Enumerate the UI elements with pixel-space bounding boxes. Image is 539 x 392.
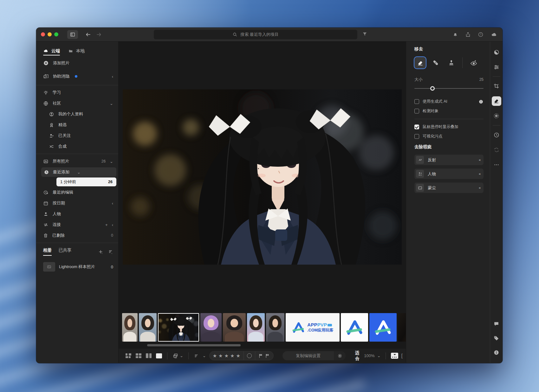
slider-knob[interactable] [430, 86, 435, 91]
clone-tool-button[interactable] [445, 57, 457, 68]
checkbox-checked[interactable] [414, 125, 419, 129]
sidebar-item-learn[interactable]: 学习 [36, 87, 118, 98]
sidebar-item-remix[interactable]: 合成 [36, 141, 118, 152]
tab-shared[interactable]: 已共享 [59, 247, 72, 256]
add-album-button[interactable] [98, 249, 103, 254]
masking-tool-button[interactable] [493, 108, 500, 123]
option-generative-ai[interactable]: 使用生成式 AI [414, 99, 484, 104]
no-flag-button[interactable] [244, 351, 255, 360]
flag-reject-icon[interactable] [265, 353, 270, 358]
album-item-sample-photos[interactable]: Lightroom 样本照片 0 [43, 262, 113, 272]
filmstrip-thumbnail[interactable] [122, 313, 138, 342]
minimize-window-button[interactable] [48, 32, 52, 36]
add-connection-icon[interactable]: + [105, 222, 108, 227]
option-visualize-spots[interactable]: 可视化污点 [414, 134, 484, 139]
presets-button[interactable] [493, 45, 500, 60]
filmstrip-thumbnail[interactable] [200, 313, 222, 342]
keywords-button[interactable] [493, 331, 499, 345]
filmstrip-thumbnail-selected[interactable] [158, 313, 199, 342]
option-show-overlay-on-hover[interactable]: 鼠标悬停时显示叠加 [414, 124, 484, 130]
filmstrip-thumbnail[interactable] [398, 313, 406, 342]
crop-tool-button[interactable] [493, 79, 499, 93]
filmstrip-thumbnail[interactable] [266, 313, 284, 342]
heal-tool-button[interactable] [430, 57, 441, 68]
sidebar-item-deleted[interactable]: 已删除 0 [36, 230, 118, 241]
sidebar-item-profile[interactable]: 我的个人资料 [36, 109, 118, 119]
tab-local[interactable]: 本地 [68, 45, 85, 56]
red-eye-tool-button[interactable] [468, 57, 479, 68]
checkbox-unchecked[interactable] [414, 99, 419, 104]
sidebar-item-people[interactable]: 人物 [36, 209, 118, 219]
checkbox-unchecked[interactable] [414, 134, 419, 139]
view-compare-button[interactable] [146, 353, 152, 358]
star-rating[interactable]: ★★★★★ [210, 351, 244, 360]
help-button[interactable]: ? [478, 32, 484, 37]
tab-albums[interactable]: 相册 [43, 247, 52, 256]
sidebar-item-by-date[interactable]: 按日期 ‹ [36, 198, 118, 209]
sort-button[interactable]: ⌄ [194, 353, 206, 358]
filmstrip-toggle-button-active[interactable] [391, 353, 398, 359]
assisted-culling-item[interactable]: 协助消隐 ‹ [36, 70, 118, 83]
zoom-window-button[interactable] [54, 32, 58, 36]
close-window-button[interactable] [41, 32, 45, 36]
history-button[interactable] [493, 127, 500, 142]
view-mosaic-button[interactable] [126, 353, 131, 358]
heal-dust-button[interactable]: 蒙尘 ◂ [414, 183, 484, 193]
slider-track[interactable] [414, 88, 484, 89]
sidebar-item-connections[interactable]: 连接 + ‹ [36, 219, 118, 230]
filmstrip-thumbnail-logo[interactable] [341, 313, 368, 342]
comments-button[interactable] [493, 317, 499, 331]
sidebar-item-all-photos[interactable]: 所有照片 26 ⌄ [36, 156, 118, 167]
filter-button[interactable] [362, 31, 367, 37]
sync-status-button[interactable] [493, 142, 500, 157]
sidebar-item-recent-edits[interactable]: 最近的编辑 [36, 187, 118, 198]
heal-people-button[interactable]: 人物 ◂ [414, 169, 484, 179]
filmstrip-thumbnail[interactable] [247, 313, 265, 342]
fullscreen-icon[interactable]: [ [401, 353, 403, 359]
forward-button[interactable] [96, 31, 102, 38]
filmstrip-thumbnail[interactable] [223, 313, 246, 342]
heal-reflections-button[interactable]: 反射 ◂ [414, 155, 484, 165]
sidebar-item-recently-added[interactable]: 最近添加 ⌄ [41, 167, 116, 177]
view-detail-button-active[interactable] [156, 353, 162, 358]
back-button[interactable] [85, 31, 91, 38]
option-detect-objects[interactable]: 检测对象 [414, 108, 484, 114]
filmstrip-thumbnail-logo[interactable] [369, 313, 397, 342]
star-icon[interactable]: ★ [213, 353, 217, 359]
filmstrip-scrollbar[interactable] [147, 344, 241, 346]
sidebar-item-community[interactable]: 社区 ⌄ [36, 98, 118, 109]
cloud-sync-button[interactable] [490, 32, 497, 37]
star-icon[interactable]: ★ [236, 353, 240, 359]
zoom-control[interactable]: 适合 100% ⌄ [355, 350, 380, 362]
size-slider[interactable] [414, 86, 484, 91]
sidebar-item-featured[interactable]: 精选 [36, 119, 118, 130]
current-photo[interactable] [123, 89, 402, 265]
flag-pick-icon[interactable] [258, 353, 263, 358]
view-grid-button[interactable] [136, 353, 141, 358]
more-options-button[interactable] [494, 157, 499, 172]
eraser-tool-button-selected[interactable] [414, 57, 426, 68]
tab-cloud[interactable]: 云端 [43, 45, 60, 56]
sidebar-toggle-button[interactable] [67, 30, 78, 39]
sidebar-item-time-group-selected[interactable]: 1 分钟前 26 [56, 177, 116, 186]
star-icon[interactable]: ★ [224, 353, 229, 359]
checkbox-unchecked[interactable] [414, 109, 419, 113]
sidebar-item-following[interactable]: 已关注 [36, 130, 118, 141]
filmstrip-thumbnail[interactable] [139, 313, 157, 342]
info-icon[interactable] [478, 99, 484, 104]
remove-tool-button-selected[interactable] [492, 93, 501, 108]
filmstrip-thumbnail-logo[interactable]: APPPVP .COM应用玩客 [286, 313, 340, 342]
star-icon[interactable]: ★ [230, 353, 234, 359]
album-sort-button[interactable] [108, 249, 113, 254]
photo-canvas[interactable] [119, 42, 406, 312]
star-icon[interactable]: ★ [218, 353, 223, 359]
copy-settings-button[interactable]: 复制编辑设置 [282, 353, 334, 359]
search-input[interactable]: 搜索 最近导入的项目 [154, 30, 357, 39]
add-photos-button[interactable]: 添加照片 [36, 56, 118, 70]
info-button[interactable] [493, 345, 499, 360]
share-button[interactable] [465, 32, 471, 37]
versions-button[interactable]: ⌄ [172, 353, 183, 359]
copy-settings-options-button[interactable] [334, 351, 346, 360]
edit-sliders-button[interactable] [493, 60, 500, 74]
notifications-button[interactable] [452, 32, 458, 37]
